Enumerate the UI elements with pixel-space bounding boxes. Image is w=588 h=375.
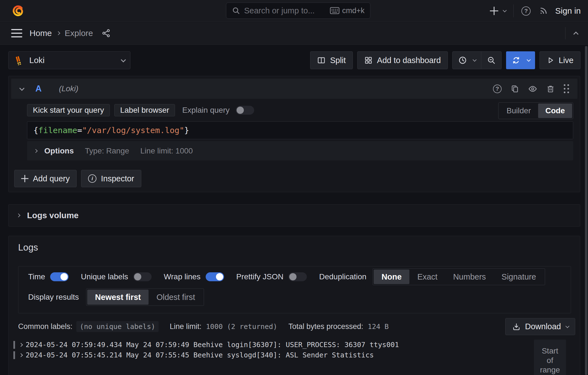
- zoom-out-icon: [487, 56, 496, 65]
- bytes-processed-value: 124 B: [368, 323, 389, 331]
- plus-icon: [21, 175, 28, 182]
- dedup-option-signature[interactable]: Signature: [494, 270, 544, 284]
- add-to-dashboard-button[interactable]: Add to dashboard: [357, 51, 448, 69]
- query-ref-id: A: [35, 84, 42, 94]
- dedup-option-none[interactable]: None: [374, 270, 410, 284]
- bytes-processed-label: Total bytes processed:: [288, 322, 363, 331]
- datasource-chevron-icon: [121, 57, 126, 62]
- logs-meta-row: Common labels: (no unique labels) Line l…: [18, 321, 389, 332]
- nav-divider: [513, 4, 514, 17]
- order-oldest-first[interactable]: Oldest first: [149, 290, 203, 305]
- log-expand-icon[interactable]: [19, 353, 23, 357]
- disable-query-icon[interactable]: [528, 84, 537, 93]
- explain-query-label: Explain query: [182, 106, 230, 115]
- query-help-icon[interactable]: ?: [493, 85, 502, 93]
- news-rss-icon[interactable]: [539, 6, 548, 15]
- search-shortcut: cmd+k: [342, 6, 365, 15]
- play-icon: [546, 56, 554, 64]
- dedup-option-numbers[interactable]: Numbers: [445, 270, 494, 284]
- add-query-button[interactable]: Add query: [14, 170, 77, 187]
- explore-toolbar: Loki Split Add to dashboard: [8, 51, 580, 69]
- time-picker-chevron-icon: [473, 58, 477, 62]
- logs-controls: Time Unique labels Wrap lines Prettify J…: [18, 266, 571, 313]
- download-button[interactable]: Download: [505, 318, 575, 335]
- order-newest-first[interactable]: Newest first: [87, 290, 149, 305]
- top-navigation: Search or jump to... cmd+k ? Sign in: [0, 0, 588, 22]
- help-icon[interactable]: ?: [521, 6, 531, 16]
- breadcrumb-bar: Home Explore: [0, 22, 588, 45]
- query-code-input[interactable]: {filename="/var/log/system.log"}: [27, 121, 573, 139]
- logs-title: Logs: [18, 242, 38, 253]
- datasource-name: Loki: [29, 56, 45, 65]
- logs-volume-section[interactable]: Logs volume: [8, 204, 580, 227]
- query-row-header[interactable]: A (Loki) ?: [11, 79, 577, 99]
- query-editor-panel: A (Loki) ? Kick start your query Label b…: [8, 76, 580, 192]
- datasource-picker[interactable]: Loki: [8, 51, 130, 69]
- download-icon: [512, 323, 521, 331]
- live-button[interactable]: Live: [540, 51, 580, 69]
- breadcrumb-separator-icon: [56, 31, 60, 35]
- share-icon[interactable]: [101, 28, 111, 38]
- search-input[interactable]: Search or jump to... cmd+k: [226, 3, 370, 19]
- log-row[interactable]: 2024-05-24 07:59:49.434 May 24 07:59:49 …: [13, 340, 573, 350]
- log-level-bar: [13, 341, 15, 349]
- log-expand-icon[interactable]: [19, 343, 23, 347]
- line-limit-value: 1000 (2 returned): [206, 323, 277, 331]
- zoom-out-time-button[interactable]: [481, 52, 501, 69]
- prettify-json-toggle-label: Prettify JSON: [236, 272, 284, 281]
- new-menu-chevron-icon[interactable]: [503, 8, 507, 12]
- log-level-bar: [13, 351, 15, 359]
- split-button[interactable]: Split: [310, 51, 353, 69]
- builder-mode-option[interactable]: Builder: [499, 104, 538, 118]
- time-picker-button[interactable]: [453, 52, 481, 69]
- query-options[interactable]: Options Type: Range Line limit: 1000: [27, 141, 573, 160]
- order-radio-group: Newest first Oldest first: [86, 289, 204, 306]
- sync-icon: [512, 56, 521, 65]
- collapse-nav-icon[interactable]: [573, 32, 578, 37]
- refresh-chevron-icon: [527, 58, 531, 62]
- unique-labels-toggle-label: Unique labels: [81, 272, 128, 281]
- dedup-option-exact[interactable]: Exact: [409, 270, 445, 284]
- kick-start-query-button[interactable]: Kick start your query: [27, 104, 110, 116]
- info-icon: i: [88, 174, 96, 183]
- explain-query-toggle[interactable]: [236, 106, 254, 115]
- search-placeholder: Search or jump to...: [244, 6, 315, 15]
- inspector-button[interactable]: i Inspector: [81, 170, 141, 187]
- time-picker: [452, 51, 502, 69]
- breadcrumb-home[interactable]: Home: [30, 28, 52, 38]
- subnav-divider: [565, 27, 565, 39]
- breadcrumb-explore[interactable]: Explore: [65, 28, 93, 38]
- remove-query-icon[interactable]: [546, 85, 555, 93]
- logs-panel: Logs Time Unique labels Wrap lines Prett…: [8, 236, 580, 375]
- deduplication-label: Deduplication: [319, 272, 366, 281]
- download-chevron-icon: [565, 324, 569, 328]
- keyboard-icon: [330, 7, 339, 14]
- breadcrumb: Home Explore: [30, 22, 111, 44]
- grafana-logo-icon[interactable]: [12, 4, 25, 17]
- query-collapse-icon[interactable]: [19, 86, 24, 91]
- menu-toggle-icon[interactable]: [11, 29, 22, 37]
- unique-labels-toggle[interactable]: [133, 272, 152, 281]
- refresh-button-group: [506, 51, 535, 69]
- scrollbar[interactable]: [585, 46, 587, 375]
- common-labels-label: Common labels:: [18, 322, 72, 331]
- wrap-lines-toggle[interactable]: [206, 272, 224, 281]
- clock-icon: [458, 56, 467, 65]
- line-limit-label: Line limit:: [170, 322, 201, 331]
- common-labels-value: (no unique labels): [76, 321, 159, 332]
- log-row[interactable]: 2024-05-24 07:55:45.214 May 24 07:55:45 …: [13, 350, 573, 360]
- logs-volume-expand-icon: [16, 213, 20, 217]
- prettify-json-toggle[interactable]: [288, 272, 307, 281]
- label-browser-button[interactable]: Label browser: [114, 104, 175, 116]
- sign-in-link[interactable]: Sign in: [555, 6, 581, 16]
- refresh-button[interactable]: [507, 51, 525, 69]
- new-menu-icon[interactable]: [490, 7, 498, 15]
- drag-handle-icon[interactable]: [564, 84, 569, 93]
- refresh-interval-chevron[interactable]: [525, 51, 534, 69]
- time-toggle[interactable]: [50, 272, 69, 281]
- search-icon: [232, 6, 240, 15]
- code-mode-option[interactable]: Code: [538, 104, 572, 118]
- wrap-lines-toggle-label: Wrap lines: [164, 272, 201, 281]
- loki-datasource-icon: [14, 55, 24, 65]
- duplicate-query-icon[interactable]: [511, 85, 519, 93]
